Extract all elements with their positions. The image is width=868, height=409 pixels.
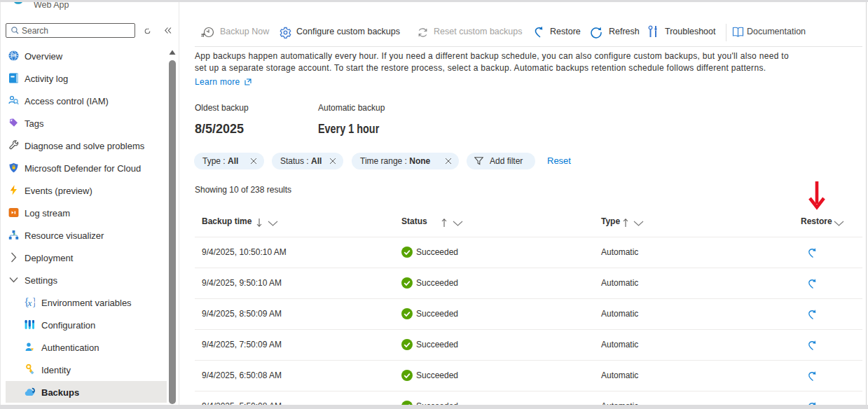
svg-text:x: x	[27, 298, 32, 308]
svg-text:}: }	[32, 297, 36, 307]
